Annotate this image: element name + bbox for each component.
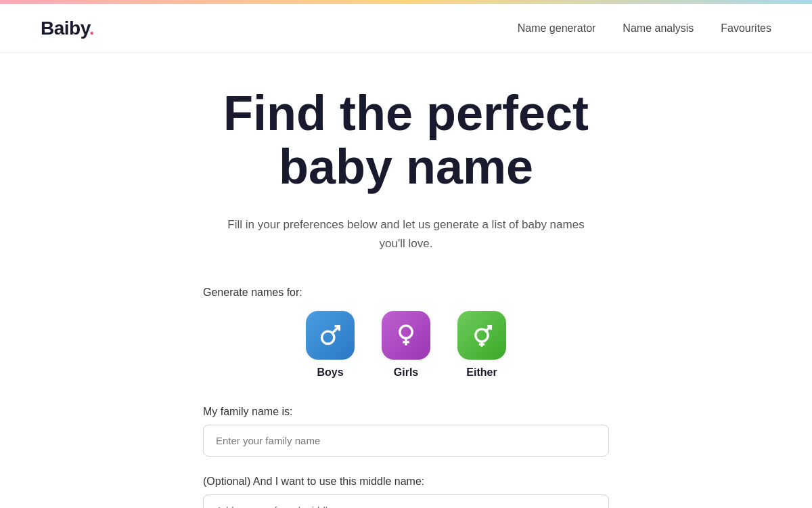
form-section: Generate names for: Boys xyxy=(203,287,609,508)
either-icon[interactable] xyxy=(457,311,506,360)
logo[interactable]: Baiby. xyxy=(41,18,94,39)
nav-name-generator[interactable]: Name generator xyxy=(518,22,596,34)
girls-icon[interactable] xyxy=(382,311,430,360)
family-name-section: My family name is: xyxy=(203,406,609,457)
nav-name-analysis[interactable]: Name analysis xyxy=(623,22,694,34)
main-content: Find the perfect baby name Fill in your … xyxy=(0,53,812,508)
logo-text: Baiby xyxy=(41,18,89,39)
middle-name-label: (Optional) And I want to use this middle… xyxy=(203,475,609,488)
family-name-input[interactable] xyxy=(203,425,609,457)
boys-label: Boys xyxy=(317,366,343,379)
family-name-label: My family name is: xyxy=(203,406,609,418)
svg-point-0 xyxy=(322,331,334,343)
logo-dot: . xyxy=(89,18,94,39)
gender-option-either[interactable]: Either xyxy=(457,311,506,379)
hero-title: Find the perfect baby name xyxy=(169,87,643,194)
girls-label: Girls xyxy=(394,366,418,379)
hero-subtitle: Fill in your preferences below and let u… xyxy=(223,215,589,252)
middle-name-input[interactable] xyxy=(203,494,609,508)
nav-favourites[interactable]: Favourites xyxy=(721,22,771,34)
either-symbol xyxy=(468,322,495,349)
generate-label: Generate names for: xyxy=(203,287,609,299)
svg-point-2 xyxy=(400,326,412,338)
gender-buttons: Boys Girls xyxy=(203,311,609,379)
gender-option-girls[interactable]: Girls xyxy=(382,311,430,379)
boys-icon[interactable] xyxy=(306,311,355,360)
either-label: Either xyxy=(466,366,497,379)
male-symbol xyxy=(317,322,344,349)
nav-links: Name generator Name analysis Favourites xyxy=(518,22,771,35)
navbar: Baiby. Name generator Name analysis Favo… xyxy=(0,4,812,53)
gender-option-boys[interactable]: Boys xyxy=(306,311,355,379)
female-symbol xyxy=(392,322,420,349)
middle-name-section: (Optional) And I want to use this middle… xyxy=(203,475,609,508)
